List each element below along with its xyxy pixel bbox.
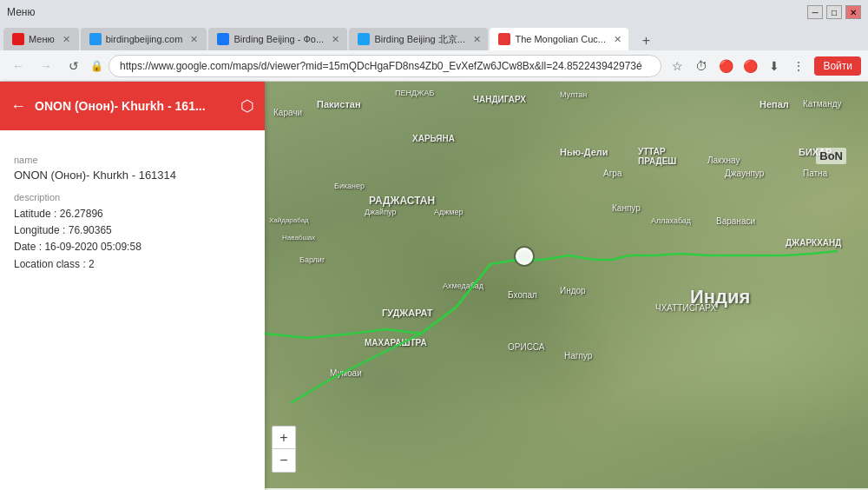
map-label-katmandu: Катманду bbox=[803, 99, 842, 109]
history-icon[interactable]: ⏱ bbox=[691, 56, 712, 76]
map-label-hyderabad-pak: Хайдарабад bbox=[269, 216, 309, 224]
bon-label: BoN bbox=[816, 148, 846, 164]
maximize-button[interactable]: □ bbox=[826, 5, 842, 19]
location-class-label: Location class bbox=[14, 258, 80, 270]
forward-button[interactable]: → bbox=[35, 55, 57, 77]
map-label-ajmer: Аджмер bbox=[434, 208, 463, 216]
map-label-gujarat: ГУДЖАРАТ bbox=[382, 308, 433, 318]
tab-favicon-mongolian bbox=[498, 33, 510, 45]
map-label-varanasi: Варанаси bbox=[716, 216, 755, 226]
back-button[interactable]: ← bbox=[7, 55, 30, 77]
map-label-chhattisgarh: ЧХАТТИСГАРХ bbox=[655, 303, 716, 313]
latitude-separator: : bbox=[54, 208, 60, 220]
map-label-maharashtra: МАХАРАШТРА bbox=[365, 338, 427, 348]
tab-label-twitter: Birding Beijing 北京... bbox=[374, 33, 465, 46]
location-class-value: 2 bbox=[89, 258, 95, 270]
zoom-in-button[interactable]: + bbox=[273, 427, 295, 449]
map-area[interactable]: Пакистан ЧАНДИГАРХ Мултан ПЕНДЖАБ ХАРЬЯН… bbox=[265, 82, 868, 490]
tab-favicon-twitter bbox=[358, 33, 370, 45]
tab-favicon-facebook bbox=[217, 33, 229, 45]
tab-twitter[interactable]: Birding Beijing 北京... ✕ bbox=[349, 28, 488, 50]
close-button[interactable]: ✕ bbox=[845, 5, 861, 19]
tab-birdingbeijing[interactable]: birdingbeijing.com ✕ bbox=[81, 28, 207, 50]
longitude-value: 76.90365 bbox=[69, 224, 112, 236]
map-label-mumbai: Мумбаи bbox=[330, 368, 362, 378]
title-bar: Меню ─ □ ✕ bbox=[0, 0, 868, 24]
main-content: ← ONON (Онон)- Khurkh - 161... ⬡ name ON… bbox=[0, 82, 868, 490]
map-label-patna: Патна bbox=[803, 169, 827, 178]
zoom-out-button[interactable]: − bbox=[273, 449, 295, 472]
latitude-label: Latitude bbox=[14, 208, 51, 220]
description-value: Latitude : 26.27896 Longitude : 76.90365… bbox=[14, 206, 251, 273]
map-marker bbox=[516, 248, 533, 265]
map-label-multan: Мултан bbox=[560, 90, 587, 99]
map-label-allahabad: Аллахабад bbox=[651, 216, 691, 225]
map-label-agra: Агра bbox=[603, 169, 621, 178]
extension-icon2[interactable]: 🔴 bbox=[740, 56, 760, 76]
tab-favicon-yandex bbox=[12, 33, 24, 45]
menu-icon[interactable]: ⋮ bbox=[788, 56, 809, 76]
tab-label-yandex: Меню bbox=[29, 34, 55, 44]
tab-label-birdingbeijing: birdingbeijing.com bbox=[106, 34, 183, 44]
description-label: description bbox=[14, 192, 251, 202]
zoom-controls: + − bbox=[272, 426, 296, 473]
download-icon[interactable]: ⬇ bbox=[764, 56, 785, 76]
sidebar-header: ← ONON (Онон)- Khurkh - 161... ⬡ bbox=[0, 82, 265, 130]
map-label-newdelhi: Нью-Дели bbox=[560, 147, 608, 157]
map-label-rajasthan: РАДЖАСТАН bbox=[369, 195, 435, 207]
address-input[interactable] bbox=[108, 55, 661, 77]
longitude-line: Longitude : 76.90365 bbox=[14, 224, 112, 236]
map-label-karachi: Карачи bbox=[273, 108, 302, 117]
extension-icon1[interactable]: 🔴 bbox=[715, 56, 736, 76]
sidebar-title: ONON (Онон)- Khurkh - 161... bbox=[35, 99, 232, 113]
sidebar-body: name ONON (Онон)- Khurkh - 161314 descri… bbox=[0, 130, 265, 490]
date-value: 16-09-2020 05:09:58 bbox=[44, 241, 141, 253]
sidebar-back-button[interactable]: ← bbox=[10, 97, 26, 116]
tab-close-birdingbeijing[interactable]: ✕ bbox=[190, 34, 198, 45]
name-label: name bbox=[14, 155, 251, 165]
sidebar: ← ONON (Онон)- Khurkh - 161... ⬡ name ON… bbox=[0, 82, 265, 490]
title-bar-left: Меню bbox=[7, 6, 35, 18]
browser-chrome: Меню ─ □ ✕ Меню ✕ birdingbeijing.com ✕ B… bbox=[0, 0, 868, 82]
tab-yandex[interactable]: Меню ✕ bbox=[3, 28, 79, 50]
refresh-button[interactable]: ↺ bbox=[62, 55, 85, 77]
map-label-chandigarh: ЧАНДИГАРХ bbox=[473, 95, 526, 104]
tab-label-mongolian: The Mongolian Cuc... bbox=[515, 34, 606, 44]
minimize-button[interactable]: ─ bbox=[807, 5, 823, 19]
tab-close-yandex[interactable]: ✕ bbox=[62, 34, 70, 45]
signin-button[interactable]: Войти bbox=[814, 56, 861, 76]
new-tab-button[interactable]: + bbox=[634, 31, 658, 50]
window-controls: ─ □ ✕ bbox=[807, 5, 861, 19]
date-label: Date bbox=[14, 241, 36, 253]
latitude-value: 26.27896 bbox=[60, 208, 103, 220]
longitude-label: Longitude bbox=[14, 224, 60, 236]
tab-mongolian[interactable]: The Mongolian Cuc... ✕ bbox=[490, 28, 628, 50]
sidebar-nav-icon[interactable]: ⬡ bbox=[240, 96, 254, 116]
longitude-separator: : bbox=[62, 224, 69, 236]
tab-facebook[interactable]: Birding Beijing - Фо... ✕ bbox=[208, 28, 347, 50]
name-value: ONON (Онон)- Khurkh - 161314 bbox=[14, 169, 251, 182]
map-label-punjab: ПЕНДЖАБ bbox=[395, 89, 434, 97]
map-label-orissa: ОРИССА bbox=[508, 342, 545, 352]
tab-close-twitter[interactable]: ✕ bbox=[473, 34, 481, 45]
map-label-kanpur: Канпур bbox=[612, 203, 641, 213]
tab-label-facebook: Birding Beijing - Фо... bbox=[233, 34, 324, 44]
tab-close-facebook[interactable]: ✕ bbox=[332, 34, 339, 45]
menu-label[interactable]: Меню bbox=[7, 6, 35, 18]
map-label-bikaner: Биканер bbox=[334, 182, 365, 190]
latitude-line: Latitude : 26.27896 bbox=[14, 208, 103, 220]
map-label-jaunpur: Джаунпур bbox=[725, 169, 764, 178]
map-label-pakistan: Пакистан bbox=[317, 99, 361, 109]
lock-icon: 🔒 bbox=[90, 60, 103, 72]
map-label-lucknow: Лакхнау bbox=[707, 156, 740, 165]
map-label-jharkhand: ДЖАРКХАНД bbox=[786, 238, 841, 248]
bookmark-icon[interactable]: ☆ bbox=[667, 56, 687, 76]
tab-bar: Меню ✕ birdingbeijing.com ✕ Birding Beij… bbox=[0, 24, 868, 50]
address-bar: ← → ↺ 🔒 ☆ ⏱ 🔴 🔴 ⬇ ⋮ Войти bbox=[0, 50, 868, 82]
map-terrain: Пакистан ЧАНДИГАРХ Мултан ПЕНДЖАБ ХАРЬЯН… bbox=[265, 82, 868, 490]
toolbar-icons: ☆ ⏱ 🔴 🔴 ⬇ ⋮ bbox=[667, 56, 809, 76]
tab-close-mongolian[interactable]: ✕ bbox=[614, 34, 621, 45]
map-label-uttar-pradesh: УТТАРПРАДЕШ bbox=[638, 147, 676, 166]
map-label-nepal: Непал bbox=[760, 99, 789, 109]
map-label-bhopal: Бхопал bbox=[508, 290, 537, 300]
